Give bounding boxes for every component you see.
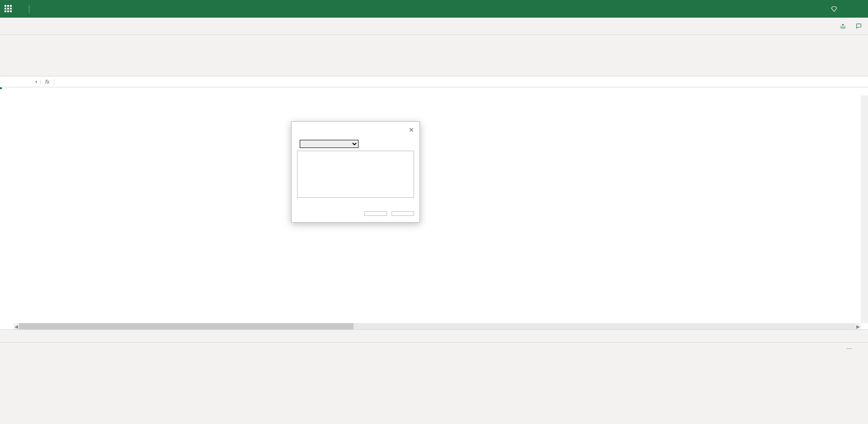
app-launcher-icon[interactable] (5, 5, 13, 13)
share-icon (840, 23, 846, 29)
category-select[interactable] (300, 140, 359, 148)
ok-button[interactable] (364, 211, 387, 216)
sheet-tab-bar (0, 329, 868, 342)
function-listbox[interactable] (297, 151, 414, 198)
share-button[interactable] (840, 23, 848, 29)
cancel-button[interactable] (392, 211, 414, 216)
divider (29, 5, 29, 13)
comment-icon (856, 23, 862, 29)
close-icon[interactable]: ✕ (409, 126, 414, 133)
spreadsheet-grid[interactable]: ◂▸ (0, 87, 868, 329)
selection-marquee (0, 87, 2, 89)
diamond-icon (831, 6, 837, 12)
title-bar (0, 0, 868, 18)
comments-button[interactable] (856, 23, 863, 29)
go-premium-button[interactable] (831, 6, 840, 12)
formula-bar: fx (0, 76, 868, 87)
ribbon-tabs (0, 18, 868, 35)
vertical-scrollbar[interactable] (861, 95, 868, 323)
name-box[interactable] (0, 80, 41, 84)
open-desktop-link[interactable] (21, 18, 35, 34)
insert-function-dialog: ✕ (291, 121, 420, 223)
horizontal-scrollbar[interactable]: ◂▸ (14, 323, 861, 329)
ribbon (0, 35, 868, 76)
status-bar: — (0, 342, 868, 353)
fx-icon[interactable]: fx (41, 79, 54, 85)
